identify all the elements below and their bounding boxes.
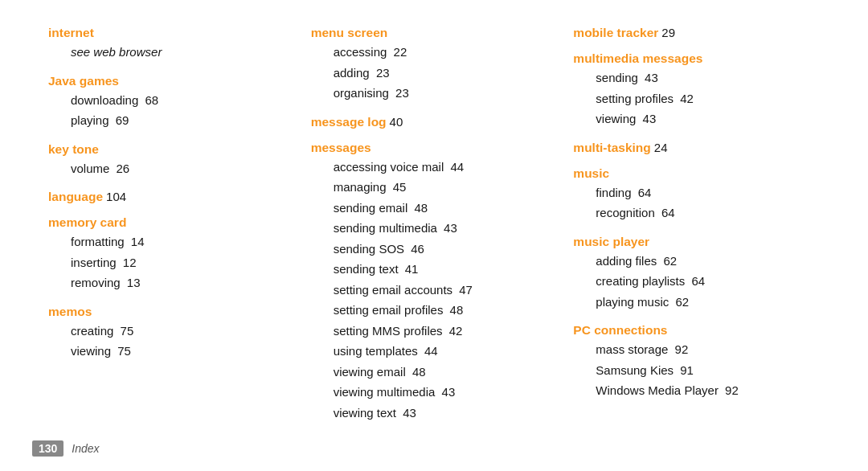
sub-item-page: 62: [672, 295, 689, 309]
section-heading-java-games: Java games: [48, 74, 311, 88]
footer: 130 Index: [32, 440, 100, 457]
sub-item-page: 12: [120, 256, 137, 269]
section-multimedia-messages: multimedia messagessending 43setting pro…: [573, 51, 836, 129]
section-java-games: Java gamesdownloading 68playing 69: [48, 74, 311, 131]
sub-item-page: 43: [440, 221, 457, 235]
sub-item-page: 69: [113, 113, 129, 127]
section-heading-messages: messages: [311, 141, 574, 155]
sub-item: Windows Media Player 92: [573, 380, 836, 401]
page-content: internetsee web browserJava gamesdownloa…: [0, 0, 868, 434]
section-heading-message-log: message log: [311, 115, 387, 129]
sub-item: see web browser: [48, 42, 311, 63]
sub-item: finding 64: [573, 182, 836, 203]
sub-item: viewing text 43: [311, 403, 574, 424]
section-pc-connections: PC connectionsmass storage 92Samsung Kie…: [573, 323, 836, 401]
section-heading-key-tone: key tone: [48, 142, 311, 157]
footer-label: Index: [72, 442, 99, 455]
sub-item-page: 75: [117, 324, 133, 338]
sub-item-page: 41: [402, 262, 419, 276]
section-heading-multimedia-messages: multimedia messages: [573, 51, 836, 66]
column-col1: internetsee web browserJava gamesdownloa…: [48, 26, 311, 418]
sub-item: sending multimedia 43: [311, 218, 574, 239]
section-heading-music-player: music player: [573, 235, 836, 249]
section-memos: memoscreating 75viewing 75: [48, 305, 311, 362]
sub-item: setting MMS profiles 42: [311, 321, 574, 342]
sub-item: adding 23: [311, 63, 574, 84]
section-multi-tasking: multi-tasking24: [573, 141, 836, 155]
footer-page-number: 130: [32, 440, 63, 457]
sub-item-page: 64: [635, 186, 652, 199]
sub-item: formatting 14: [48, 231, 311, 252]
sub-item-page: 23: [392, 86, 409, 100]
sub-item: playing 69: [48, 110, 311, 131]
sub-item-page: 13: [124, 276, 141, 289]
sub-item-page: 46: [407, 242, 424, 256]
sub-item-page: 92: [671, 342, 688, 356]
sub-item-page: 43: [399, 406, 416, 420]
section-page-mobile-tracker: 29: [661, 26, 675, 39]
section-heading-memos: memos: [48, 305, 311, 319]
sub-item: setting profiles 42: [573, 88, 836, 109]
sub-item: managing 45: [311, 177, 574, 198]
sub-item: accessing voice mail 44: [311, 157, 574, 178]
sub-item: viewing 43: [573, 109, 836, 129]
sub-item-page: 48: [411, 201, 428, 215]
sub-item-page: 44: [421, 344, 438, 358]
section-heading-pc-connections: PC connections: [573, 323, 836, 338]
sub-item: Samsung Kies 91: [573, 360, 836, 381]
sub-item: downloading 68: [48, 90, 311, 111]
section-page-multi-tasking: 24: [654, 141, 668, 154]
sub-item-page: 92: [722, 383, 739, 397]
section-page-message-log: 40: [390, 115, 403, 129]
section-heading-mobile-tracker: mobile tracker: [573, 26, 658, 39]
sub-item-page: 44: [447, 160, 464, 174]
sub-item-page: 48: [409, 365, 426, 379]
section-heading-menu-screen: menu screen: [311, 26, 574, 40]
sub-item-page: 47: [456, 283, 473, 297]
sub-item-page: 43: [639, 112, 656, 125]
sub-item: mass storage 92: [573, 339, 836, 360]
section-heading-internet: internet: [48, 26, 311, 40]
sub-item-page: 64: [658, 206, 675, 219]
sub-item: setting email profiles 48: [311, 300, 574, 321]
sub-item-page: 68: [141, 93, 158, 107]
sub-item: playing music 62: [573, 292, 836, 313]
sub-item-page: 23: [373, 66, 390, 80]
sub-item: viewing multimedia 43: [311, 382, 574, 403]
sub-item-page: 14: [128, 235, 145, 248]
sub-item-page: 64: [688, 274, 705, 288]
sub-item-page: 48: [446, 303, 463, 317]
section-music-player: music playeradding files 62creating play…: [573, 235, 836, 313]
section-page-language: 104: [106, 190, 126, 203]
sub-item: sending 43: [573, 68, 836, 88]
sub-item: creating 75: [48, 321, 311, 342]
section-key-tone: key tonevolume 26: [48, 142, 311, 179]
sub-item: viewing email 48: [311, 362, 574, 383]
sub-item: using templates 44: [311, 341, 574, 362]
sub-item: sending text 41: [311, 259, 574, 280]
sub-item: setting email accounts 47: [311, 280, 574, 301]
section-mobile-tracker: mobile tracker29: [573, 26, 836, 40]
sub-item: organising 23: [311, 83, 574, 104]
section-memory-card: memory cardformatting 14inserting 12remo…: [48, 215, 311, 293]
section-heading-memory-card: memory card: [48, 215, 311, 230]
section-message-log: message log40: [311, 115, 574, 129]
sub-item: creating playlists 64: [573, 271, 836, 292]
column-col2: menu screenaccessing 22adding 23organisi…: [311, 26, 574, 418]
section-heading-multi-tasking: multi-tasking: [573, 141, 650, 154]
sub-item-page: 43: [438, 385, 455, 399]
sub-item-page: 75: [114, 344, 131, 358]
section-menu-screen: menu screenaccessing 22adding 23organisi…: [311, 26, 574, 104]
section-heading-music: music: [573, 166, 836, 181]
sub-item-page: 22: [390, 45, 407, 59]
sub-item: removing 13: [48, 272, 311, 293]
section-heading-language: language: [48, 190, 103, 203]
section-music: musicfinding 64recognition 64: [573, 166, 836, 223]
section-language: language104: [48, 190, 311, 204]
sub-item-page: 91: [677, 363, 694, 377]
sub-item-page: 45: [390, 180, 407, 194]
sub-item: accessing 22: [311, 42, 574, 63]
section-internet: internetsee web browser: [48, 26, 311, 63]
sub-item-page: 43: [641, 71, 658, 84]
sub-item-page: 42: [677, 92, 694, 105]
